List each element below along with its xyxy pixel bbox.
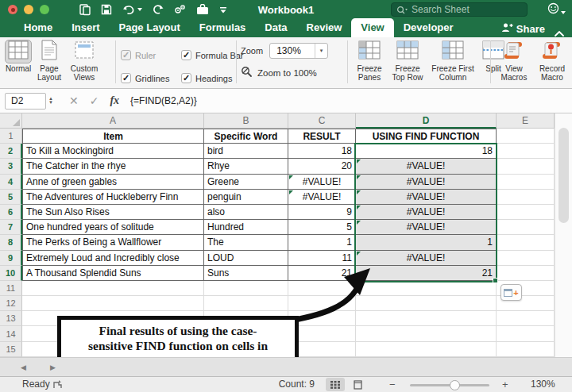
cell-b8[interactable]: The [204,235,288,250]
cell-b2[interactable]: bird [204,144,288,159]
cell-c8[interactable]: 1 [288,235,356,250]
cell-e3[interactable] [497,159,555,174]
row-header-2[interactable]: 2 [0,144,22,159]
cell-a7[interactable]: One hundred years of solitude [22,220,204,235]
cell-a10[interactable]: A Thousand Splendid Suns [22,266,204,281]
tab-view[interactable]: View [351,18,393,37]
cell-c11[interactable] [288,281,356,296]
tab-formulas[interactable]: Formulas [190,18,256,37]
cell-b6[interactable]: also [204,205,288,220]
freeze-top-row-button[interactable]: Freeze Top Row [389,40,426,82]
tab-page-layout[interactable]: Page Layout [110,18,190,37]
new-workbook-icon[interactable] [79,4,91,16]
cell-a1[interactable]: Item [22,129,204,144]
column-header-a[interactable]: A [22,113,204,129]
cell-c5[interactable]: #VALUE! [288,190,356,205]
cell-c10[interactable]: 21 [288,266,356,281]
row-header-7[interactable]: 7 [0,220,22,235]
cell-c7[interactable]: 5 [288,220,356,235]
feedback-smiley-icon[interactable] [547,2,559,17]
row-header-10[interactable]: 10 [0,266,22,281]
vertical-scrollbar[interactable] [555,113,572,357]
tab-review[interactable]: Review [297,18,352,37]
cell-a4[interactable]: Anne of green gables [22,175,204,190]
cell-a8[interactable]: The Perks of Being a Wallflower [22,235,204,250]
cell-b10[interactable]: Suns [204,266,288,281]
tab-data[interactable]: Data [255,18,296,37]
row-header-9[interactable]: 9 [0,251,22,266]
page-layout-view-button[interactable]: Page Layout [35,40,64,82]
cell-d10[interactable]: 21 [356,266,497,281]
cell-e5[interactable] [497,190,555,205]
row-header-11[interactable]: 11 [0,281,22,296]
toolbox-icon[interactable] [196,4,209,15]
select-all-corner[interactable] [0,113,22,129]
tab-home[interactable]: Home [14,18,62,37]
cell-e15[interactable] [497,342,555,357]
custom-views-button[interactable]: Custom Views [67,40,102,82]
settings-gears-icon[interactable] [174,4,186,15]
cell-b12[interactable] [204,296,288,311]
cell-d8[interactable]: 1 [356,235,497,250]
cell-e2[interactable] [497,144,555,159]
cell-e8[interactable] [497,235,555,250]
row-header-15[interactable]: 15 [0,342,22,357]
zoom-to-100-button[interactable]: Zoom to 100% [241,66,328,79]
cell-e7[interactable] [497,220,555,235]
cell-c4[interactable]: #VALUE! [288,175,356,190]
save-icon[interactable] [101,4,112,15]
record-macro-button[interactable]: Record Macro [535,40,570,82]
name-box-stepper[interactable]: ▲▼ [48,97,53,105]
freeze-panes-button[interactable]: Freeze Panes [354,40,385,82]
page-layout-view-toggle[interactable] [348,378,367,391]
cell-e9[interactable] [497,251,555,266]
cell-b9[interactable]: LOUD [204,251,288,266]
freeze-first-column-button[interactable]: Freeze First Column [430,40,476,82]
cell-d2-active[interactable]: 18 [356,144,497,159]
column-header-d[interactable]: D [356,113,497,129]
next-sheet-icon[interactable]: ▶ [50,363,56,371]
row-header-12[interactable]: 12 [0,296,22,311]
zoom-out-button[interactable]: − [389,379,396,390]
cell-d14[interactable] [356,326,497,341]
cell-a9[interactable]: Extremely Loud and Incredibly close [22,251,204,266]
quick-analysis-button[interactable]: + [500,284,522,301]
cell-e14[interactable] [497,326,555,341]
ruler-checkbox[interactable]: ✓ Ruler [121,44,181,67]
cell-e13[interactable] [497,311,555,326]
cell-d15[interactable] [356,342,497,357]
tab-developer[interactable]: Developer [394,18,463,37]
row-header-14[interactable]: 14 [0,326,22,341]
row-header-6[interactable]: 6 [0,205,22,220]
zoom-window-button[interactable] [40,5,49,14]
row-header-4[interactable]: 4 [0,175,22,190]
row-header-5[interactable]: 5 [0,190,22,205]
cell-d11[interactable] [356,281,497,296]
close-window-button[interactable] [8,5,17,14]
cell-a5[interactable]: The Adventures of Huckleberry Finn [22,190,204,205]
cell-b11[interactable] [204,281,288,296]
zoom-percentage[interactable]: 130% [531,379,555,390]
cell-b5[interactable]: penguin [204,190,288,205]
cell-d5[interactable]: #VALUE! [356,190,497,205]
cell-e10[interactable] [497,266,555,281]
prev-sheet-icon[interactable]: ◀ [21,363,26,371]
zoom-combobox[interactable]: 130% ▾ [269,43,328,59]
cell-b7[interactable]: Hundred [204,220,288,235]
cell-d6[interactable]: #VALUE! [356,205,497,220]
share-button[interactable]: Share [501,22,545,35]
column-header-b[interactable]: B [204,113,288,129]
search-input[interactable]: Search Sheet [391,2,528,17]
cell-c2[interactable]: 18 [288,144,356,159]
cell-a12[interactable] [22,296,204,311]
cell-c12[interactable] [288,296,356,311]
row-header-1[interactable]: 1 [0,129,22,144]
cell-d7[interactable]: #VALUE! [356,220,497,235]
normal-view-toggle[interactable] [326,378,345,391]
redo-icon[interactable] [153,4,164,15]
enter-checkmark-icon[interactable]: ✓ [90,94,99,107]
cell-a11[interactable] [22,281,204,296]
cell-d12[interactable] [356,296,497,311]
more-commands-chevron-icon[interactable] [219,6,227,13]
cell-d1[interactable]: USING FIND FUNCTION [356,129,497,144]
